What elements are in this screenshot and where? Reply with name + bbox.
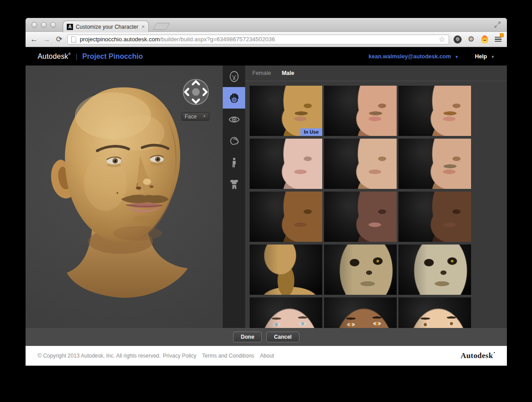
thumbnail-face-image <box>250 192 322 242</box>
face-thumbnail[interactable] <box>398 139 471 189</box>
close-window-button[interactable] <box>31 22 37 28</box>
update-badge: ↑ <box>500 33 504 37</box>
fullscreen-expand-icon[interactable] <box>493 21 502 29</box>
done-button[interactable]: Done <box>233 332 262 342</box>
thumbnail-face-image <box>398 139 471 189</box>
new-tab-button[interactable] <box>153 23 170 30</box>
character-3d-viewport[interactable]: Face ▼ <box>26 66 223 328</box>
autodesk-footer-logo: Autodesk <box>461 351 495 360</box>
thumbnail-face-image <box>324 192 397 242</box>
url-path: /builder/build.aspx?g=634986757234502036 <box>160 36 275 43</box>
autodesk-logo: Autodesk® <box>38 52 71 61</box>
category-eyes[interactable] <box>223 109 245 130</box>
face-thumbnail[interactable] <box>324 139 397 189</box>
thumbnail-face-image <box>324 297 397 328</box>
chevron-down-icon: ▼ <box>203 114 206 118</box>
face-thumbnail[interactable] <box>324 297 397 328</box>
main-area: Face ▼ <box>26 66 507 328</box>
help-menu[interactable]: Help ▼ <box>475 53 495 60</box>
tab-title: Customize your Character <box>76 24 138 30</box>
face-thumbnail[interactable] <box>324 192 397 242</box>
category-face[interactable] <box>223 66 245 87</box>
bookmark-star-icon[interactable]: ☆ <box>439 36 445 43</box>
terms-link[interactable]: Terms and Conditions <box>202 353 254 359</box>
window-controls <box>31 22 56 28</box>
url-domain: projectpinocchio.autodesk.com <box>80 36 160 43</box>
face-thumbnail[interactable] <box>398 86 471 136</box>
thumbnail-face-image <box>398 86 471 136</box>
view-select-value: Face <box>185 114 197 120</box>
view-select-dropdown[interactable]: Face ▼ <box>182 112 209 121</box>
face-thumbnail[interactable] <box>250 245 322 295</box>
category-skin[interactable] <box>223 87 245 109</box>
action-bar: Done Cancel <box>26 328 507 346</box>
body-icon <box>228 157 240 169</box>
browser-tab[interactable]: A Customize your Character × <box>63 21 149 32</box>
chevron-down-icon: ▼ <box>455 55 459 59</box>
thumbnail-face-image <box>398 245 471 295</box>
clothing-icon <box>228 178 240 190</box>
thumbnail-face-image <box>398 192 471 242</box>
face-thumbnail[interactable] <box>324 245 397 295</box>
thumbnail-face-image <box>250 139 322 189</box>
privacy-policy-link[interactable]: Privacy Policy <box>163 353 196 359</box>
face-thumbnail[interactable] <box>250 139 322 189</box>
category-body[interactable] <box>223 152 245 173</box>
about-link[interactable]: About <box>260 353 274 359</box>
skin-selector-panel: Female Male In Use <box>245 66 507 328</box>
page-icon <box>71 36 76 43</box>
skin-hand-icon <box>228 92 240 104</box>
settings-extension-icon[interactable]: ⚙ <box>466 35 476 44</box>
minimize-window-button[interactable] <box>41 22 47 28</box>
tab-male[interactable]: Male <box>282 70 294 76</box>
gender-tabs: Female Male <box>245 66 507 81</box>
in-use-badge: In Use <box>300 128 322 136</box>
category-toolbar <box>223 66 245 328</box>
face-thumbnail[interactable]: In Use <box>250 86 322 136</box>
browser-toolbar: ← → ⟳ projectpinocchio.autodesk.com/buil… <box>26 32 507 47</box>
gear-circle-extension-icon[interactable]: ⚙ <box>453 35 463 44</box>
face-thumbnail[interactable] <box>250 192 322 242</box>
zoom-window-button[interactable] <box>50 22 56 28</box>
tab-close-icon[interactable]: × <box>141 24 145 30</box>
thumbnail-face-image <box>250 297 322 328</box>
tab-female[interactable]: Female <box>252 70 271 76</box>
thumbnail-face-image <box>250 245 322 295</box>
face-thumbnail[interactable] <box>398 192 471 242</box>
category-clothing[interactable] <box>223 173 245 195</box>
desktop: A Customize your Character × ← → ⟳ proje… <box>0 0 532 402</box>
hamburger-icon <box>495 37 502 42</box>
header-separator: | <box>76 52 78 60</box>
face-thumbnail[interactable] <box>398 245 471 295</box>
back-button[interactable]: ← <box>30 35 39 43</box>
face-icon <box>228 70 240 83</box>
rotate-control[interactable] <box>182 79 209 105</box>
face-thumbnail[interactable] <box>398 297 471 328</box>
browser-menu-button[interactable]: ↑ <box>493 35 503 44</box>
tab-favicon: A <box>67 24 73 30</box>
forward-button[interactable]: → <box>42 35 51 43</box>
address-bar[interactable]: projectpinocchio.autodesk.com/builder/bu… <box>67 35 449 44</box>
face-thumbnail[interactable] <box>324 86 397 136</box>
thumbnail-face-image <box>324 245 397 295</box>
product-title: Project Pinocchio <box>82 52 143 61</box>
thumbnail-face-image <box>398 297 471 328</box>
copyright-text: © Copyright 2013 Autodesk, Inc. All righ… <box>38 353 160 359</box>
eye-icon <box>228 114 240 126</box>
url-text: projectpinocchio.autodesk.com/builder/bu… <box>80 36 435 43</box>
hair-icon <box>228 135 240 147</box>
thumbnail-face-image <box>324 86 397 136</box>
cancel-button[interactable]: Cancel <box>266 332 299 342</box>
category-hair[interactable] <box>223 130 245 152</box>
account-menu[interactable]: kean.walmsley@autodesk.com ▼ <box>368 53 458 60</box>
browser-window: A Customize your Character × ← → ⟳ proje… <box>26 18 507 366</box>
thumbnail-face-image <box>324 139 397 189</box>
chevron-down-icon: ▼ <box>491 55 495 59</box>
browser-tab-bar: A Customize your Character × <box>26 18 507 32</box>
app-header: Autodesk® | Project Pinocchio kean.walms… <box>26 47 507 66</box>
thumbnail-grid: In Use <box>250 86 471 328</box>
hola-flame-extension-icon[interactable] <box>480 35 489 44</box>
face-thumbnail[interactable] <box>250 297 322 328</box>
reload-button[interactable]: ⟳ <box>55 35 64 43</box>
page-footer: © Copyright 2013 Autodesk, Inc. All righ… <box>26 346 507 366</box>
